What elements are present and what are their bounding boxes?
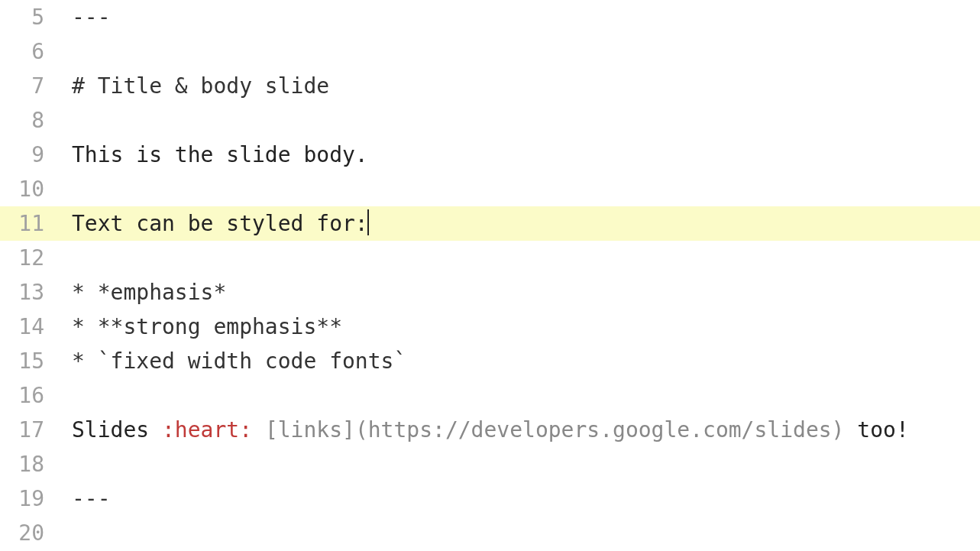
- editor-line[interactable]: 8: [0, 103, 980, 138]
- code-segment: * `fixed width code fonts`: [72, 348, 406, 374]
- line-number: 6: [0, 34, 55, 69]
- line-number: 13: [0, 275, 55, 310]
- editor-line[interactable]: 17Slides :heart: [links](https://develop…: [0, 413, 980, 447]
- line-number: 11: [0, 206, 55, 241]
- code-segment: Slides: [72, 417, 162, 442]
- editor-line[interactable]: 16: [0, 378, 980, 413]
- editor-line[interactable]: 18: [0, 447, 980, 481]
- editor-line[interactable]: 9This is the slide body.: [0, 138, 980, 172]
- code-segment: * *emphasis*: [72, 280, 226, 305]
- editor-line[interactable]: 6: [0, 34, 980, 69]
- editor-line[interactable]: 13* *emphasis*: [0, 275, 980, 310]
- editor-line[interactable]: 10: [0, 172, 980, 206]
- line-number: 19: [0, 481, 55, 516]
- editor-line[interactable]: 11Text can be styled for:: [0, 206, 980, 241]
- line-content[interactable]: * *emphasis*: [55, 275, 226, 310]
- line-content[interactable]: * **strong emphasis**: [55, 310, 342, 344]
- editor-line[interactable]: 20: [0, 516, 980, 550]
- line-number: 5: [0, 0, 55, 34]
- code-segment: too!: [844, 417, 908, 442]
- editor-line[interactable]: 12: [0, 241, 980, 275]
- line-number: 15: [0, 344, 55, 378]
- line-number: 20: [0, 516, 55, 550]
- editor-line[interactable]: 15* `fixed width code fonts`: [0, 344, 980, 378]
- code-segment: * **strong emphasis**: [72, 314, 342, 339]
- line-number: 9: [0, 138, 55, 172]
- line-number: 18: [0, 447, 55, 481]
- line-number: 7: [0, 69, 55, 103]
- code-segment: Text can be styled for:: [72, 211, 368, 236]
- code-segment: :heart:: [162, 417, 252, 442]
- code-segment: [252, 417, 265, 442]
- code-segment: [links](https://developers.google.com/sl…: [265, 417, 845, 442]
- editor-line[interactable]: 14* **strong emphasis**: [0, 310, 980, 344]
- line-number: 14: [0, 310, 55, 344]
- line-content[interactable]: # Title & body slide: [55, 69, 329, 103]
- line-number: 17: [0, 413, 55, 447]
- text-cursor: [367, 209, 369, 235]
- editor-line[interactable]: 19---: [0, 481, 980, 516]
- line-content[interactable]: * `fixed width code fonts`: [55, 344, 406, 378]
- code-segment: ---: [72, 486, 111, 511]
- editor-line[interactable]: 7# Title & body slide: [0, 69, 980, 103]
- line-content[interactable]: This is the slide body.: [55, 138, 368, 172]
- code-segment: ---: [72, 5, 111, 30]
- line-number: 16: [0, 378, 55, 413]
- line-content[interactable]: ---: [55, 0, 111, 34]
- editor-line[interactable]: 5---: [0, 0, 980, 34]
- line-content[interactable]: Text can be styled for:: [55, 206, 369, 241]
- line-content[interactable]: ---: [55, 481, 111, 516]
- line-number: 8: [0, 103, 55, 138]
- code-segment: # Title & body slide: [72, 73, 329, 99]
- line-number: 10: [0, 172, 55, 206]
- line-number: 12: [0, 241, 55, 275]
- line-content[interactable]: Slides :heart: [links](https://developer…: [55, 413, 909, 447]
- code-editor[interactable]: 5---67# Title & body slide89This is the …: [0, 0, 980, 550]
- code-segment: This is the slide body.: [72, 142, 368, 167]
